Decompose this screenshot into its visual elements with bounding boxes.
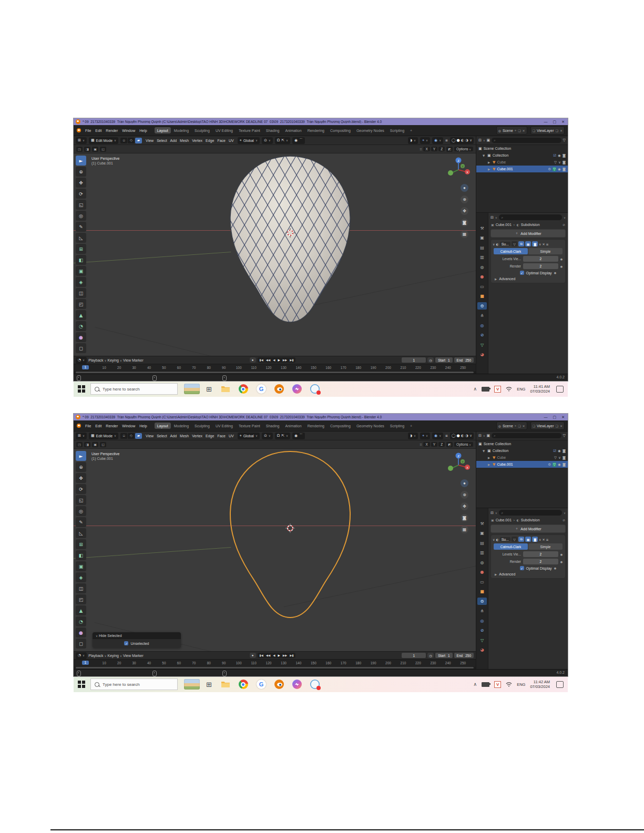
timeline-ruler[interactable]: 1 10203040506070809010011012013014015016… xyxy=(74,659,476,666)
properties-editor-type-icon[interactable]: ⊟ xyxy=(490,215,494,220)
viewport-menu-item[interactable]: Select xyxy=(155,139,168,142)
workspace-tab[interactable]: Scripting xyxy=(387,127,407,133)
menu-item[interactable]: Edit xyxy=(93,128,104,133)
vertex-select-icon[interactable]: ▫ xyxy=(120,138,127,143)
egg-mesh-lattice[interactable] xyxy=(227,450,353,619)
gizmo-toggle[interactable]: ⌖∨ xyxy=(420,137,430,144)
properties-tab-icon[interactable]: ▽ xyxy=(477,341,487,348)
options-dropdown[interactable]: Options ∨ xyxy=(454,442,473,447)
tool-button[interactable]: ◰ xyxy=(76,299,86,309)
expand-icon[interactable]: ▶ xyxy=(488,456,491,459)
mirror-axis-button[interactable]: X xyxy=(423,147,430,151)
workspace-tab[interactable]: Sculpting xyxy=(192,423,212,429)
notification-badged-app-icon[interactable] xyxy=(310,384,320,394)
tool-button[interactable]: ⊕ xyxy=(76,167,86,177)
menu-item[interactable]: Edit xyxy=(93,423,104,429)
blender-taskbar-icon[interactable] xyxy=(274,384,284,394)
workspace-tab[interactable]: Modeling xyxy=(171,127,191,133)
tool-button[interactable]: ◰ xyxy=(76,594,86,604)
optimal-display-checkbox[interactable]: ✓ xyxy=(520,566,524,570)
previous-keyframe-icon[interactable]: ◀◀ xyxy=(265,653,271,657)
widgets-weather-icon[interactable] xyxy=(184,679,200,690)
properties-tab-icon[interactable]: ⚙ xyxy=(477,598,487,605)
scene-selector[interactable]: ◍ Scene ⌖ ❏ ✕ xyxy=(496,126,527,135)
perspective-toggle-icon[interactable]: ▦ xyxy=(461,526,468,533)
outliner-row-collection[interactable]: ▼ ▣ Collection ☑ ◉ ◙ xyxy=(476,152,568,159)
outliner-row-cube[interactable]: ▶ ▼ Cube ▽ ∨ ◙ xyxy=(476,454,568,461)
orientation-dropdown[interactable]: ⌖Global∨ xyxy=(238,433,260,439)
camera-visibility-icon[interactable]: ◙ xyxy=(563,153,566,158)
timeline-menu-item[interactable]: Playback ∨ xyxy=(88,358,106,362)
properties-tab-icon[interactable]: ⚒ xyxy=(477,224,487,232)
tool-button[interactable]: ● xyxy=(76,332,86,342)
tool-button[interactable]: ● xyxy=(76,628,86,637)
workspace-tab[interactable]: Shading xyxy=(263,423,282,429)
expand-icon[interactable]: ▼ xyxy=(483,449,486,453)
outliner-row-cube001[interactable]: ▶ ▼ Cube.001 ⚙ ▽ ◉ ◙ xyxy=(476,166,568,172)
playhead[interactable]: 1 xyxy=(82,661,89,665)
animate-dot-icon[interactable]: ● xyxy=(560,265,563,268)
levels-viewport-field[interactable]: 2 xyxy=(523,256,558,262)
google-app-icon[interactable]: G xyxy=(257,680,266,689)
file-explorer-icon[interactable] xyxy=(221,384,230,394)
menu-item[interactable]: Render xyxy=(104,423,120,429)
tool-button[interactable]: ◎ xyxy=(76,211,86,221)
hide-eye-icon[interactable]: ◉ xyxy=(558,167,561,171)
task-view-icon[interactable]: ⊞ xyxy=(206,385,212,393)
animate-dot-icon[interactable]: ● xyxy=(554,271,556,274)
edge-select-icon[interactable]: ◇ xyxy=(128,138,135,143)
start-button-icon[interactable] xyxy=(78,681,85,688)
mirror-axis-button[interactable]: Y xyxy=(431,442,437,447)
close-button[interactable]: ✕ xyxy=(561,415,565,419)
workspace-tab[interactable]: Layout xyxy=(155,127,171,133)
unselected-checkbox[interactable]: ✓ xyxy=(124,641,128,645)
viewport-menu-item[interactable]: Mesh xyxy=(178,434,190,438)
tool-button[interactable]: ◔ xyxy=(76,321,86,331)
operator-panel[interactable]: ∨ Hide Selected ✓ Unselected xyxy=(93,632,181,648)
hidden-icons-chevron[interactable]: ∧ xyxy=(474,682,477,687)
file-explorer-icon[interactable] xyxy=(221,680,230,689)
properties-tab-icon[interactable]: ▣ xyxy=(477,234,487,242)
workspace-tab[interactable]: + xyxy=(407,127,415,133)
chrome-icon[interactable] xyxy=(239,384,248,394)
end-frame-field[interactable]: End250 xyxy=(454,653,474,658)
outliner-display-mode-icon[interactable]: ⊟ xyxy=(478,434,482,438)
xray-toggle-icon[interactable]: ⧈ xyxy=(445,434,447,438)
pan-hand-icon[interactable]: ✥ xyxy=(461,502,468,510)
close-button[interactable]: ✕ xyxy=(561,120,565,124)
add-modifier-button[interactable]: ＋ Add Modifier xyxy=(490,525,566,533)
viewport-menu-item[interactable]: Vertex xyxy=(190,139,204,142)
face-select-icon[interactable]: ▰ xyxy=(135,433,142,439)
tool-button[interactable]: ◈ xyxy=(76,572,86,582)
workspace-tab[interactable]: Compositing xyxy=(328,423,353,429)
simple-tab[interactable]: Simple xyxy=(528,248,563,254)
optimal-display-checkbox[interactable]: ✓ xyxy=(520,271,524,275)
filter-funnel-icon[interactable]: ▽ xyxy=(563,434,566,438)
snap-dropdown[interactable]: Ω⇱∨ xyxy=(275,433,290,439)
pin-icon[interactable]: ⌖ xyxy=(515,128,516,132)
viewport-menu-item[interactable]: View xyxy=(144,139,155,142)
battery-icon[interactable] xyxy=(482,682,489,687)
maximize-button[interactable]: ▢ xyxy=(553,120,557,124)
start-button-icon[interactable] xyxy=(78,385,85,393)
tool-button[interactable]: ⊞ xyxy=(76,539,86,549)
tool-button[interactable]: ◻ xyxy=(76,639,86,649)
tool-button[interactable]: ◈ xyxy=(76,277,86,287)
extras-dropdown-icon[interactable]: ∨ xyxy=(539,242,541,246)
timeline-menu-item[interactable]: View xyxy=(123,358,131,362)
tool-toggle-3-icon[interactable]: ▣ xyxy=(92,442,98,447)
hide-eye-icon[interactable]: ◉ xyxy=(558,462,561,467)
rendered-shading-icon[interactable]: ◑ xyxy=(465,138,468,142)
pin-icon[interactable]: ⌖ xyxy=(515,424,516,428)
new-scene-icon[interactable]: ❏ xyxy=(518,424,520,428)
end-frame-field[interactable]: End250 xyxy=(454,357,474,363)
tool-button[interactable]: ► xyxy=(76,156,86,166)
tool-button[interactable]: ◫ xyxy=(76,583,86,593)
action-center-icon[interactable] xyxy=(556,386,564,393)
viewlayer-selector[interactable]: ❏ ViewLayer ❏ ✕ xyxy=(530,126,565,135)
clock[interactable]: 11:42 AM 07/03/2024 xyxy=(530,680,550,690)
properties-tab-icon[interactable]: ⚒ xyxy=(477,520,487,527)
zoom-icon[interactable]: ⊕ xyxy=(461,491,468,499)
viewport-menu-item[interactable]: Face xyxy=(216,434,227,438)
tool-button[interactable]: ◺ xyxy=(76,528,86,538)
